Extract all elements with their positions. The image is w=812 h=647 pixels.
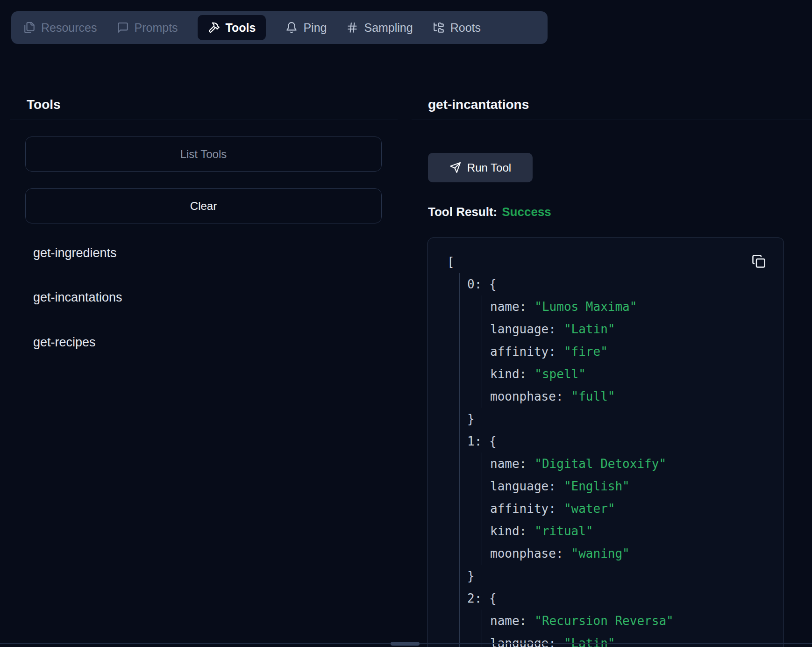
- tool-result-line: Tool Result:Success: [428, 205, 551, 219]
- tab-label: Sampling: [364, 21, 413, 35]
- indent-guide: [482, 295, 482, 408]
- json-value: "waning": [571, 546, 630, 561]
- send-icon: [449, 162, 461, 173]
- json-value: "Recursion Reversa": [534, 614, 673, 628]
- tool-result-status: Success: [502, 205, 551, 219]
- tab-label: Resources: [41, 21, 97, 35]
- left-panel-divider: [10, 120, 398, 120]
- clear-button[interactable]: Clear: [25, 188, 382, 223]
- tab-bar: Resources Prompts Tools Ping Sampling Ro…: [11, 11, 548, 44]
- json-value: "Latin": [564, 636, 615, 647]
- json-line: [: [428, 251, 784, 273]
- json-line: }: [428, 565, 784, 587]
- tab-sampling[interactable]: Sampling: [346, 11, 413, 44]
- tab-resources[interactable]: Resources: [23, 11, 97, 44]
- tab-tools[interactable]: Tools: [198, 15, 266, 40]
- clear-label: Clear: [190, 200, 217, 213]
- json-key: moonphase:: [490, 546, 563, 561]
- tool-result-label: Tool Result:: [428, 205, 497, 219]
- files-icon: [23, 22, 36, 34]
- json-bracket: [: [447, 255, 455, 269]
- hammer-icon: [208, 22, 220, 34]
- json-line: 0: {: [428, 273, 784, 295]
- tab-label: Prompts: [135, 21, 178, 35]
- json-key: name:: [490, 457, 527, 471]
- horizontal-scrollbar-thumb[interactable]: [391, 642, 420, 646]
- tab-label: Tools: [226, 21, 256, 35]
- json-key: name:: [490, 300, 527, 314]
- list-tools-button[interactable]: List Tools: [25, 137, 382, 172]
- tab-ping[interactable]: Ping: [285, 11, 327, 44]
- tool-list-item-get-recipes[interactable]: get-recipes: [33, 333, 96, 351]
- indent-guide: [482, 610, 482, 647]
- app-window: Resources Prompts Tools Ping Sampling Ro…: [0, 0, 812, 647]
- json-value: "fire": [564, 345, 608, 359]
- json-value: "Lumos Maxima": [534, 300, 637, 314]
- json-value: "English": [564, 479, 630, 493]
- run-tool-button[interactable]: Run Tool: [428, 153, 533, 182]
- json-index: 0: {: [467, 277, 497, 291]
- right-panel-divider: [412, 120, 812, 120]
- indent-guide: [459, 273, 460, 647]
- tab-roots[interactable]: Roots: [433, 11, 481, 44]
- json-tree: [0: {name:"Lumos Maxima"language:"Latin"…: [428, 251, 784, 647]
- tool-list-item-get-incantations[interactable]: get-incantations: [33, 288, 122, 306]
- json-value: "Latin": [564, 322, 615, 336]
- bell-icon: [285, 22, 298, 34]
- list-tools-label: List Tools: [180, 148, 227, 161]
- json-key: language:: [490, 636, 556, 647]
- json-key: language:: [490, 322, 556, 336]
- json-value: "Digital Detoxify": [534, 457, 666, 471]
- json-key: affinity:: [490, 345, 556, 359]
- json-key: affinity:: [490, 502, 556, 516]
- json-index: 2: {: [467, 591, 497, 605]
- json-value: "water": [564, 502, 615, 516]
- json-key: kind:: [490, 367, 527, 381]
- json-brace: }: [467, 412, 475, 426]
- tools-panel-title: Tools: [27, 97, 61, 113]
- json-key: name:: [490, 614, 527, 628]
- json-key: language:: [490, 479, 556, 493]
- hash-icon: [346, 22, 358, 34]
- json-line: 2: {: [428, 587, 784, 610]
- json-brace: }: [467, 569, 475, 583]
- message-square-icon: [117, 22, 129, 34]
- tab-prompts[interactable]: Prompts: [117, 11, 178, 44]
- tab-label: Ping: [303, 21, 327, 35]
- json-line: 1: {: [428, 430, 784, 453]
- indent-guide: [482, 453, 482, 565]
- tool-result-json-panel: [0: {name:"Lumos Maxima"language:"Latin"…: [427, 237, 784, 647]
- json-line: }: [428, 408, 784, 430]
- json-value: "full": [571, 389, 615, 403]
- json-index: 1: {: [467, 434, 497, 448]
- tab-label: Roots: [450, 21, 481, 35]
- json-key: kind:: [490, 524, 527, 538]
- json-value: "ritual": [534, 524, 593, 538]
- json-value: "spell": [534, 367, 586, 381]
- selected-tool-title: get-incantations: [428, 97, 529, 113]
- json-key: moonphase:: [490, 389, 563, 403]
- tool-list-item-get-ingredients[interactable]: get-ingredients: [33, 244, 117, 262]
- run-tool-label: Run Tool: [467, 161, 511, 174]
- folder-tree-icon: [433, 22, 445, 34]
